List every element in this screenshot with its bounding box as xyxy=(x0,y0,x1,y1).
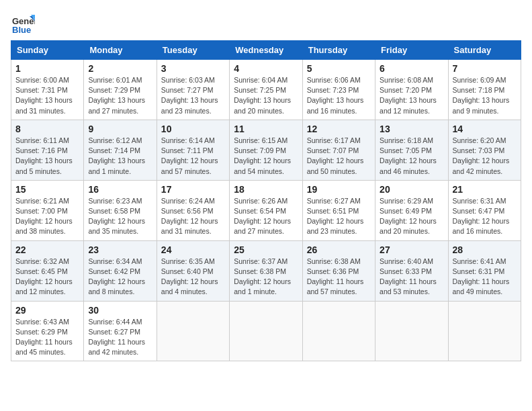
calendar-cell: 2Sunrise: 6:01 AM Sunset: 7:29 PM Daylig… xyxy=(84,60,157,120)
calendar-cell: 14Sunrise: 6:20 AM Sunset: 7:03 PM Dayli… xyxy=(448,120,521,180)
weekday-header-row: SundayMondayTuesdayWednesdayThursdayFrid… xyxy=(11,41,521,60)
weekday-monday: Monday xyxy=(84,41,157,60)
day-info: Sunrise: 6:21 AM Sunset: 7:00 PM Dayligh… xyxy=(15,196,79,237)
calendar-cell: 23Sunrise: 6:34 AM Sunset: 6:42 PM Dayli… xyxy=(84,240,157,301)
day-info: Sunrise: 6:44 AM Sunset: 6:27 PM Dayligh… xyxy=(88,317,152,358)
day-number: 10 xyxy=(161,124,225,134)
calendar-table: SundayMondayTuesdayWednesdayThursdayFrid… xyxy=(11,40,521,361)
day-number: 13 xyxy=(380,124,443,134)
calendar-cell: 8Sunrise: 6:11 AM Sunset: 7:16 PM Daylig… xyxy=(11,120,84,180)
day-info: Sunrise: 6:38 AM Sunset: 6:36 PM Dayligh… xyxy=(307,257,371,298)
day-info: Sunrise: 6:37 AM Sunset: 6:38 PM Dayligh… xyxy=(234,257,298,298)
day-info: Sunrise: 6:40 AM Sunset: 6:33 PM Dayligh… xyxy=(380,257,443,298)
calendar-cell: 26Sunrise: 6:38 AM Sunset: 6:36 PM Dayli… xyxy=(302,240,375,301)
week-row-4: 22Sunrise: 6:32 AM Sunset: 6:45 PM Dayli… xyxy=(11,240,521,301)
day-info: Sunrise: 6:43 AM Sunset: 6:29 PM Dayligh… xyxy=(15,317,79,358)
week-row-3: 15Sunrise: 6:21 AM Sunset: 7:00 PM Dayli… xyxy=(11,180,521,240)
day-number: 6 xyxy=(380,63,443,74)
calendar-cell: 20Sunrise: 6:29 AM Sunset: 6:49 PM Dayli… xyxy=(375,180,448,240)
calendar-cell: 3Sunrise: 6:03 AM Sunset: 7:27 PM Daylig… xyxy=(157,60,229,120)
day-number: 7 xyxy=(453,63,517,74)
calendar-cell: 24Sunrise: 6:35 AM Sunset: 6:40 PM Dayli… xyxy=(157,240,229,301)
day-info: Sunrise: 6:09 AM Sunset: 7:18 PM Dayligh… xyxy=(453,75,517,116)
day-info: Sunrise: 6:15 AM Sunset: 7:09 PM Dayligh… xyxy=(234,136,298,177)
logo: General Blue xyxy=(11,11,38,35)
weekday-friday: Friday xyxy=(375,41,448,60)
page-header: General Blue xyxy=(11,11,521,35)
day-number: 21 xyxy=(453,184,517,195)
day-info: Sunrise: 6:03 AM Sunset: 7:27 PM Dayligh… xyxy=(161,75,225,116)
calendar-cell: 16Sunrise: 6:23 AM Sunset: 6:58 PM Dayli… xyxy=(84,180,157,240)
day-info: Sunrise: 6:32 AM Sunset: 6:45 PM Dayligh… xyxy=(15,257,79,298)
day-number: 4 xyxy=(234,63,298,74)
day-number: 14 xyxy=(453,124,517,134)
calendar-cell: 12Sunrise: 6:17 AM Sunset: 7:07 PM Dayli… xyxy=(302,120,375,180)
logo-icon: General Blue xyxy=(11,11,35,35)
day-number: 29 xyxy=(15,305,79,316)
day-number: 19 xyxy=(307,184,371,195)
calendar-cell: 22Sunrise: 6:32 AM Sunset: 6:45 PM Dayli… xyxy=(11,240,84,301)
day-number: 25 xyxy=(234,244,298,255)
day-number: 18 xyxy=(234,184,298,195)
weekday-thursday: Thursday xyxy=(302,41,375,60)
day-info: Sunrise: 6:12 AM Sunset: 7:14 PM Dayligh… xyxy=(88,136,152,177)
calendar-cell: 9Sunrise: 6:12 AM Sunset: 7:14 PM Daylig… xyxy=(84,120,157,180)
day-number: 26 xyxy=(307,244,371,255)
calendar-cell xyxy=(375,301,448,361)
weekday-tuesday: Tuesday xyxy=(157,41,229,60)
week-row-2: 8Sunrise: 6:11 AM Sunset: 7:16 PM Daylig… xyxy=(11,120,521,180)
day-info: Sunrise: 6:31 AM Sunset: 6:47 PM Dayligh… xyxy=(453,196,517,237)
calendar-cell: 30Sunrise: 6:44 AM Sunset: 6:27 PM Dayli… xyxy=(84,301,157,361)
day-info: Sunrise: 6:08 AM Sunset: 7:20 PM Dayligh… xyxy=(380,75,443,116)
day-number: 27 xyxy=(380,244,443,255)
day-number: 30 xyxy=(88,305,152,316)
calendar-cell: 11Sunrise: 6:15 AM Sunset: 7:09 PM Dayli… xyxy=(230,120,302,180)
calendar-cell xyxy=(230,301,302,361)
day-info: Sunrise: 6:17 AM Sunset: 7:07 PM Dayligh… xyxy=(307,136,371,177)
day-number: 8 xyxy=(15,124,79,134)
calendar-cell: 21Sunrise: 6:31 AM Sunset: 6:47 PM Dayli… xyxy=(448,180,521,240)
day-number: 24 xyxy=(161,244,225,255)
calendar-cell: 7Sunrise: 6:09 AM Sunset: 7:18 PM Daylig… xyxy=(448,60,521,120)
calendar-cell: 5Sunrise: 6:06 AM Sunset: 7:23 PM Daylig… xyxy=(302,60,375,120)
calendar-cell xyxy=(302,301,375,361)
week-row-1: 1Sunrise: 6:00 AM Sunset: 7:31 PM Daylig… xyxy=(11,60,521,120)
day-info: Sunrise: 6:11 AM Sunset: 7:16 PM Dayligh… xyxy=(15,136,79,177)
calendar-cell: 1Sunrise: 6:00 AM Sunset: 7:31 PM Daylig… xyxy=(11,60,84,120)
calendar-cell xyxy=(157,301,229,361)
day-info: Sunrise: 6:01 AM Sunset: 7:29 PM Dayligh… xyxy=(88,75,152,116)
day-number: 9 xyxy=(88,124,152,134)
calendar-cell: 27Sunrise: 6:40 AM Sunset: 6:33 PM Dayli… xyxy=(375,240,448,301)
day-info: Sunrise: 6:20 AM Sunset: 7:03 PM Dayligh… xyxy=(453,136,517,177)
svg-text:Blue: Blue xyxy=(12,25,31,35)
calendar-cell: 4Sunrise: 6:04 AM Sunset: 7:25 PM Daylig… xyxy=(230,60,302,120)
week-row-5: 29Sunrise: 6:43 AM Sunset: 6:29 PM Dayli… xyxy=(11,301,521,361)
day-info: Sunrise: 6:29 AM Sunset: 6:49 PM Dayligh… xyxy=(380,196,443,237)
day-number: 1 xyxy=(15,63,79,74)
calendar-body: 1Sunrise: 6:00 AM Sunset: 7:31 PM Daylig… xyxy=(11,60,521,361)
calendar-cell: 15Sunrise: 6:21 AM Sunset: 7:00 PM Dayli… xyxy=(11,180,84,240)
calendar-cell: 18Sunrise: 6:26 AM Sunset: 6:54 PM Dayli… xyxy=(230,180,302,240)
day-number: 22 xyxy=(15,244,79,255)
day-number: 23 xyxy=(88,244,152,255)
calendar-cell xyxy=(448,301,521,361)
day-number: 11 xyxy=(234,124,298,134)
day-number: 15 xyxy=(15,184,79,195)
day-info: Sunrise: 6:23 AM Sunset: 6:58 PM Dayligh… xyxy=(88,196,152,237)
weekday-sunday: Sunday xyxy=(11,41,84,60)
day-number: 12 xyxy=(307,124,371,134)
day-number: 20 xyxy=(380,184,443,195)
day-info: Sunrise: 6:27 AM Sunset: 6:51 PM Dayligh… xyxy=(307,196,371,237)
day-info: Sunrise: 6:18 AM Sunset: 7:05 PM Dayligh… xyxy=(380,136,443,177)
day-info: Sunrise: 6:35 AM Sunset: 6:40 PM Dayligh… xyxy=(161,257,225,298)
weekday-saturday: Saturday xyxy=(448,41,521,60)
day-number: 16 xyxy=(88,184,152,195)
calendar-cell: 6Sunrise: 6:08 AM Sunset: 7:20 PM Daylig… xyxy=(375,60,448,120)
day-info: Sunrise: 6:14 AM Sunset: 7:11 PM Dayligh… xyxy=(161,136,225,177)
calendar-cell: 29Sunrise: 6:43 AM Sunset: 6:29 PM Dayli… xyxy=(11,301,84,361)
day-info: Sunrise: 6:06 AM Sunset: 7:23 PM Dayligh… xyxy=(307,75,371,116)
day-number: 3 xyxy=(161,63,225,74)
day-info: Sunrise: 6:00 AM Sunset: 7:31 PM Dayligh… xyxy=(15,75,79,116)
day-number: 17 xyxy=(161,184,225,195)
day-info: Sunrise: 6:04 AM Sunset: 7:25 PM Dayligh… xyxy=(234,75,298,116)
